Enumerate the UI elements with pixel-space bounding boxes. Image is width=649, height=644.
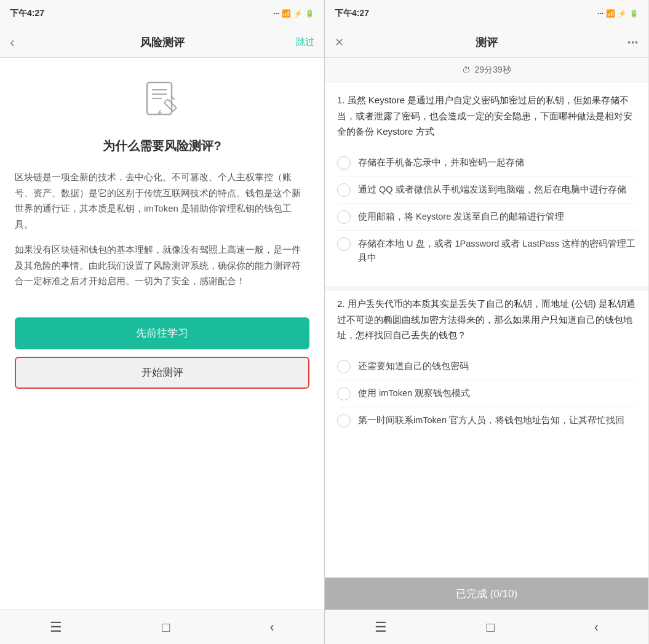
right-back-icon[interactable]: ‹ <box>594 619 599 635</box>
right-status-bar: 下午4:27 ··· 📶 ⚡ 🔋 <box>325 0 648 27</box>
q2-radio-2[interactable] <box>337 387 351 400</box>
q1-radio-3[interactable] <box>337 210 351 224</box>
learn-first-button[interactable]: 先前往学习 <box>15 317 309 349</box>
question-1-text: 1. 虽然 Keystore 是通过用户自定义密码加密过后的私钥，但如果存储不当… <box>337 92 636 140</box>
assessment-icon <box>138 76 187 125</box>
question-1: 1. 虽然 Keystore 是通过用户自定义密码加密过后的私钥，但如果存储不当… <box>337 92 636 271</box>
start-assessment-button[interactable]: 开始测评 <box>15 357 309 389</box>
right-phone: 下午4:27 ··· 📶 ⚡ 🔋 ✕ 测评 ••• ⏱ 29分39秒 1. 虽然… <box>324 0 648 644</box>
left-time: 下午4:27 <box>10 8 44 19</box>
left-content-area: 为什么需要风险测评? 区块链是一项全新的技术，去中心化、不可篡改、个人主权掌控（… <box>0 58 324 610</box>
close-button[interactable]: ✕ <box>335 36 344 49</box>
quiz-scroll: 1. 虽然 Keystore 是通过用户自定义密码加密过后的私钥，但如果存储不当… <box>325 82 648 578</box>
right-bottom-nav: ☰ □ ‹ <box>325 610 648 644</box>
q1-radio-2[interactable] <box>337 183 351 197</box>
q1-option-2[interactable]: 通过 QQ 或者微信从手机端发送到电脑端，然后在电脑中进行存储 <box>337 177 636 204</box>
q2-option-3[interactable]: 第一时间联系imToken 官方人员，将钱包地址告知，让其帮忙找回 <box>337 407 636 434</box>
right-menu-icon[interactable]: ☰ <box>375 619 387 635</box>
left-bottom-nav: ☰ □ ‹ <box>0 610 324 644</box>
skip-button[interactable]: 跳过 <box>296 36 314 48</box>
home-icon[interactable]: □ <box>162 619 170 635</box>
question-2-text: 2. 用户丢失代币的本质其实是丢失了自己的私钥，而地址 (公钥) 是私钥通过不可… <box>337 296 636 343</box>
q2-option-3-text: 第一时间联系imToken 官方人员，将钱包地址告知，让其帮忙找回 <box>358 413 624 427</box>
main-title: 为什么需要风险测评? <box>103 138 221 154</box>
q1-option-2-text: 通过 QQ 或者微信从手机端发送到电脑端，然后在电脑中进行存储 <box>358 183 626 197</box>
q1-option-1-text: 存储在手机备忘录中，并和密码一起存储 <box>358 156 524 170</box>
more-button[interactable]: ••• <box>627 38 639 47</box>
q1-option-3-text: 使用邮箱，将 Keystore 发送至自己的邮箱进行管理 <box>358 210 564 224</box>
left-status-bar: 下午4:27 ··· 📶 ⚡ 🔋 <box>0 0 324 27</box>
right-nav-title: 测评 <box>476 35 498 50</box>
q1-radio-4[interactable] <box>337 237 351 251</box>
question-divider <box>325 286 648 291</box>
right-status-icons: ··· 📶 ⚡ 🔋 <box>597 9 639 18</box>
q2-radio-3[interactable] <box>337 414 351 427</box>
right-time: 下午4:27 <box>335 8 369 19</box>
timer-bar: ⏱ 29分39秒 <box>325 58 648 82</box>
q2-option-1[interactable]: 还需要知道自己的钱包密码 <box>337 353 636 380</box>
q1-option-1[interactable]: 存储在手机备忘录中，并和密码一起存储 <box>337 149 636 177</box>
menu-icon[interactable]: ☰ <box>50 619 62 635</box>
q1-option-4-text: 存储在本地 U 盘，或者 1Password 或者 LastPass 这样的密码… <box>358 237 636 265</box>
left-phone: 下午4:27 ··· 📶 ⚡ 🔋 ‹ 风险测评 跳过 <box>0 0 324 644</box>
q1-option-3[interactable]: 使用邮箱，将 Keystore 发送至自己的邮箱进行管理 <box>337 204 636 231</box>
q1-option-4[interactable]: 存储在本地 U 盘，或者 1Password 或者 LastPass 这样的密码… <box>337 231 636 271</box>
q2-option-2-text: 使用 imToken 观察钱包模式 <box>358 386 470 400</box>
description-2: 如果没有区块链和钱包的基本理解，就像没有驾照上高速一般，是一件及其危险的事情。由… <box>15 242 309 289</box>
description-1: 区块链是一项全新的技术，去中心化、不可篡改、个人主权掌控（账号、资产、数据）是它… <box>15 169 309 232</box>
timer-icon: ⏱ <box>462 65 471 75</box>
back-button[interactable]: ‹ <box>10 34 15 51</box>
back-icon[interactable]: ‹ <box>270 619 274 635</box>
question-2: 2. 用户丢失代币的本质其实是丢失了自己的私钥，而地址 (公钥) 是私钥通过不可… <box>337 296 636 434</box>
left-status-icons: ··· 📶 ⚡ 🔋 <box>273 9 314 18</box>
q2-option-2[interactable]: 使用 imToken 观察钱包模式 <box>337 380 636 407</box>
left-nav-bar: ‹ 风险测评 跳过 <box>0 27 324 58</box>
left-nav-title: 风险测评 <box>140 35 185 50</box>
right-home-icon[interactable]: □ <box>487 619 495 635</box>
q2-option-1-text: 还需要知道自己的钱包密码 <box>358 359 469 373</box>
svg-rect-4 <box>164 99 177 111</box>
right-nav-bar: ✕ 测评 ••• <box>325 27 648 58</box>
q1-radio-1[interactable] <box>337 156 351 170</box>
complete-button[interactable]: 已完成 (0/10) <box>325 578 648 610</box>
q2-radio-1[interactable] <box>337 360 351 373</box>
timer-display: 29分39秒 <box>474 65 511 76</box>
